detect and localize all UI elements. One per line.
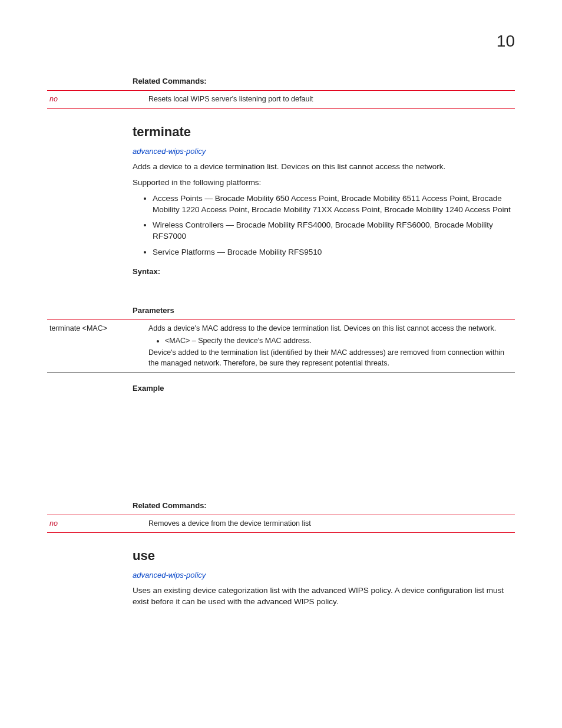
cmd-link-no-1[interactable]: no bbox=[47, 91, 146, 109]
chapter-number: 10 bbox=[47, 29, 515, 52]
syntax-heading: Syntax: bbox=[133, 266, 515, 277]
example-heading: Example bbox=[133, 383, 515, 394]
terminate-heading: terminate bbox=[133, 123, 515, 141]
main-content: Related Commands: bbox=[133, 76, 515, 87]
param-bullet: <MAC> – Specify the device's MAC address… bbox=[165, 336, 513, 347]
terminate-intro: Adds a device to a device termination li… bbox=[133, 162, 515, 173]
parameters-table: terminate <MAC> Adds a device's MAC addr… bbox=[47, 319, 515, 373]
platform-item: Access Points — Brocade Mobility 650 Acc… bbox=[153, 193, 515, 216]
related-commands-heading-2: Related Commands: bbox=[133, 500, 515, 511]
use-heading: use bbox=[133, 547, 515, 565]
platform-item: Wireless Controllers — Brocade Mobility … bbox=[153, 220, 515, 242]
use-intro: Uses an existing device categorization l… bbox=[133, 585, 515, 608]
platforms-list: Access Points — Brocade Mobility 650 Acc… bbox=[133, 193, 515, 258]
related-commands-heading-1: Related Commands: bbox=[133, 76, 515, 87]
policy-link-terminate[interactable]: advanced-wips-policy bbox=[133, 146, 515, 157]
cmd-desc-2: Removes a device from the device termina… bbox=[146, 515, 515, 533]
platform-item: Service Platforms — Brocade Mobility RFS… bbox=[153, 247, 515, 258]
related-commands-table-2: no Removes a device from the device term… bbox=[47, 515, 515, 533]
cmd-link-no-2[interactable]: no bbox=[47, 515, 146, 533]
cmd-desc-1: Resets local WIPS server's listening por… bbox=[146, 91, 515, 109]
policy-link-use[interactable]: advanced-wips-policy bbox=[133, 570, 515, 581]
supported-platforms-label: Supported in the following platforms: bbox=[133, 177, 515, 189]
param-left: terminate <MAC> bbox=[47, 320, 146, 373]
parameters-heading: Parameters bbox=[133, 305, 515, 316]
param-desc: Adds a device's MAC address to the devic… bbox=[146, 320, 515, 373]
related-commands-table-1: no Resets local WIPS server's listening … bbox=[47, 90, 515, 109]
